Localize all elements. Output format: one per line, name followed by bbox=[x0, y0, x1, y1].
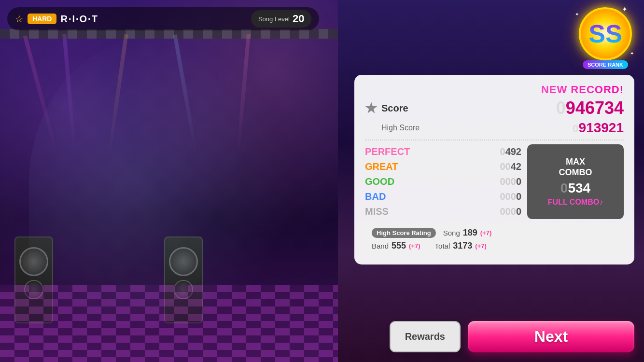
miss-value: 0000 bbox=[500, 206, 522, 217]
band-rating-change: (+7) bbox=[409, 242, 420, 250]
band-rating-item: Band 555 (+7) bbox=[372, 241, 420, 251]
great-label: GREAT bbox=[365, 161, 398, 172]
score-label: Score bbox=[381, 103, 408, 114]
combo-leading: 0 bbox=[560, 181, 568, 195]
band-rating-label: Band bbox=[372, 242, 389, 250]
band-rating-value: 555 bbox=[392, 241, 406, 251]
total-rating-label: Total bbox=[435, 242, 450, 250]
song-rating-value: 189 bbox=[463, 228, 477, 238]
character-glow bbox=[29, 34, 294, 333]
rank-grade: SS bbox=[588, 21, 622, 46]
great-value: 0042 bbox=[500, 161, 522, 172]
bad-label: BAD bbox=[365, 191, 386, 202]
bad-value: 0000 bbox=[500, 191, 522, 202]
song-info-bar: ☆ HARD R·I·O·T Song Level 20 bbox=[7, 7, 319, 30]
stats-combo-grid: PERFECT 0492 GREAT 0042 GOOD 0000 BAD bbox=[365, 144, 624, 219]
perfect-value: 0492 bbox=[500, 146, 522, 157]
rating-header: High Score Rating Song 189 (+7) bbox=[372, 228, 617, 238]
score-rank-label: SCORE RANK bbox=[583, 60, 628, 69]
song-level-number: 20 bbox=[293, 13, 304, 25]
character-area bbox=[0, 0, 338, 362]
total-rating-change: (+7) bbox=[475, 242, 486, 250]
sparkle-3: ✦ bbox=[630, 51, 634, 56]
buttons-row: Rewards Next bbox=[390, 321, 634, 352]
divider-1 bbox=[365, 139, 624, 140]
combo-number: 534 bbox=[568, 181, 590, 195]
sparkle-1: ✦ bbox=[622, 5, 628, 13]
max-combo-box: MAXCOMBO 0534 FULL COMBO♪ bbox=[527, 144, 624, 219]
rating-row2: Band 555 (+7) Total 3173 (+7) bbox=[372, 241, 617, 251]
rank-circle: ✦ ✦ ✦ SS SCORE RANK bbox=[579, 7, 632, 60]
high-score-value: 0913921 bbox=[573, 120, 624, 136]
stats-list: PERFECT 0492 GREAT 0042 GOOD 0000 BAD bbox=[365, 144, 521, 219]
full-combo-text: FULL COMBO♪ bbox=[548, 198, 603, 207]
high-score-rating-badge: High Score Rating bbox=[372, 228, 436, 238]
total-rating-value: 3173 bbox=[453, 241, 472, 251]
score-star-icon bbox=[365, 102, 378, 114]
results-panel: NEW RECORD! Score 0946734 High Score 091… bbox=[354, 75, 634, 265]
stat-row-good: GOOD 0000 bbox=[365, 174, 521, 189]
score-label-area: Score bbox=[365, 102, 408, 114]
song-rating-label: Song bbox=[443, 229, 460, 237]
score-number: 946734 bbox=[566, 98, 624, 118]
miss-label: MISS bbox=[365, 206, 389, 217]
score-leading-zero: 0 bbox=[556, 98, 566, 118]
song-level-label: Song Level bbox=[258, 15, 290, 23]
sparkle-2: ✦ bbox=[575, 12, 579, 17]
rewards-button[interactable]: Rewards bbox=[390, 321, 461, 352]
max-combo-title: MAXCOMBO bbox=[559, 157, 592, 178]
score-row: Score 0946734 bbox=[365, 98, 624, 118]
total-rating-item: Total 3173 (+7) bbox=[435, 241, 487, 251]
song-level-box: Song Level 20 bbox=[251, 10, 312, 28]
hs-number: 913921 bbox=[579, 120, 624, 135]
rating-section: High Score Rating Song 189 (+7) Band 555… bbox=[365, 223, 624, 256]
stat-row-great: GREAT 0042 bbox=[365, 159, 521, 174]
stat-row-perfect: PERFECT 0492 bbox=[365, 144, 521, 159]
rank-badge: ✦ ✦ ✦ SS SCORE RANK bbox=[574, 2, 637, 65]
high-score-row: High Score 0913921 bbox=[365, 120, 624, 136]
difficulty-badge: HARD bbox=[28, 14, 56, 24]
max-combo-value: 0534 bbox=[560, 181, 590, 196]
song-rating-item: Song 189 (+7) bbox=[443, 228, 492, 238]
stat-row-bad: BAD 0000 bbox=[365, 189, 521, 204]
hs-leading: 0 bbox=[573, 123, 578, 135]
stat-row-miss: MISS 0000 bbox=[365, 204, 521, 219]
song-title: R·I·O·T bbox=[60, 14, 98, 25]
high-score-label: High Score bbox=[381, 124, 420, 132]
good-label: GOOD bbox=[365, 176, 394, 187]
perfect-label: PERFECT bbox=[365, 146, 410, 157]
star-icon: ☆ bbox=[15, 13, 24, 25]
score-value: 0946734 bbox=[556, 98, 624, 118]
next-button[interactable]: Next bbox=[468, 321, 634, 352]
good-value: 0000 bbox=[500, 176, 522, 187]
new-record-text: NEW RECORD! bbox=[365, 84, 624, 96]
header: ☆ HARD R·I·O·T Song Level 20 bbox=[7, 7, 637, 30]
song-rating-change: (+7) bbox=[480, 229, 491, 237]
